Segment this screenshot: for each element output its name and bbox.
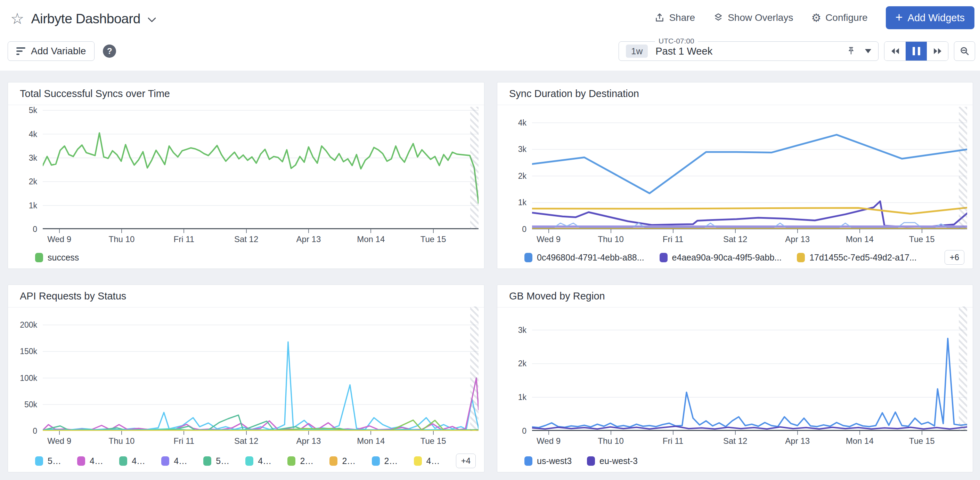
legend-item[interactable]: 400: [77, 456, 104, 466]
x-tick-label: Mon 14: [357, 436, 385, 446]
legend-item[interactable]: 409: [245, 456, 272, 466]
time-range-picker[interactable]: UTC-07:00 1w Past 1 Week: [619, 41, 878, 61]
filter-icon: [16, 47, 25, 55]
configure-label: Configure: [826, 12, 867, 23]
y-tick-label: 150k: [8, 347, 37, 356]
legend-swatch: [524, 456, 532, 466]
widget-title: Sync Duration by Destination: [509, 83, 639, 105]
legend-more-badge[interactable]: +6: [945, 250, 964, 265]
x-tick-label: Wed 9: [536, 436, 560, 446]
time-pause-button[interactable]: [906, 42, 927, 61]
legend-item[interactable]: e4aea90a-90ca-49f5-9abb...: [660, 252, 782, 263]
title-chevron-down-icon[interactable]: [147, 17, 156, 22]
x-tick: [121, 229, 122, 233]
dashboard-board: Total Successful Syncs over Time 5k4k3k2…: [0, 70, 980, 480]
x-tick: [673, 431, 673, 435]
x-tick: [922, 431, 922, 435]
y-tick-label: 1k: [497, 393, 527, 402]
y-tick-label: 4k: [497, 118, 527, 128]
zoom-out-button[interactable]: [954, 41, 975, 61]
time-backward-button[interactable]: [885, 42, 906, 61]
x-tick-label: Apr 13: [296, 436, 321, 446]
x-tick-label: Thu 10: [598, 436, 624, 446]
legend-swatch: [329, 456, 337, 466]
y-tick-label: 3k: [497, 325, 527, 335]
x-tick: [59, 431, 60, 435]
legend: success: [35, 251, 476, 264]
legend-label: us-west3: [537, 456, 572, 466]
y-tick-label: 0: [8, 225, 37, 234]
x-tick: [246, 431, 247, 435]
legend-label: 409: [258, 456, 272, 466]
legend-item[interactable]: 500: [35, 456, 62, 466]
legend-swatch: [660, 253, 668, 262]
legend-item[interactable]: success: [35, 252, 79, 263]
legend-label: 200: [300, 456, 314, 466]
help-icon[interactable]: ?: [103, 45, 116, 58]
widget-title-divider: [8, 105, 484, 105]
x-axis: Wed 9Thu 10Fri 11Sat 12Apr 13Mon 14Tue 1…: [43, 229, 479, 247]
legend-item[interactable]: 410: [161, 456, 188, 466]
variables-row: Add Variable ?: [8, 41, 116, 61]
x-tick-label: Wed 9: [47, 436, 71, 446]
configure-button[interactable]: ⚙ Configure: [811, 12, 867, 23]
x-tick-label: Thu 10: [109, 234, 135, 244]
x-tick-label: Mon 14: [846, 234, 873, 244]
legend-label: 503: [216, 456, 230, 466]
y-tick-label: 50k: [8, 400, 37, 410]
show-overlays-button[interactable]: Show Overlays: [713, 12, 793, 23]
chart-canvas[interactable]: [532, 306, 967, 431]
share-icon: [654, 13, 665, 23]
x-tick-label: Wed 9: [536, 234, 560, 244]
x-axis: Wed 9Thu 10Fri 11Sat 12Apr 13Mon 14Tue 1…: [532, 229, 967, 247]
share-button[interactable]: Share: [654, 12, 695, 23]
legend-swatch: [161, 456, 169, 466]
y-tick-label: 2k: [497, 171, 527, 181]
pin-icon[interactable]: [846, 46, 856, 56]
x-tick-label: Fri 11: [173, 436, 194, 446]
x-tick: [673, 229, 673, 233]
legend-item[interactable]: 17d1455c-7ed5-49d2-a17...: [797, 252, 917, 263]
x-tick-label: Thu 10: [598, 234, 624, 244]
legend-item[interactable]: eu-west-3: [587, 456, 638, 466]
gear-icon: ⚙: [811, 12, 821, 23]
legend-item[interactable]: 204: [329, 456, 356, 466]
legend-item[interactable]: 422: [119, 456, 146, 466]
legend-swatch: [77, 456, 85, 466]
show-overlays-label: Show Overlays: [728, 12, 793, 23]
timezone-label: UTC-07:00: [655, 37, 698, 45]
rewind-icon: [890, 47, 900, 55]
legend-label: 410: [174, 456, 188, 466]
chart-canvas[interactable]: [43, 306, 479, 431]
add-variable-button[interactable]: Add Variable: [8, 41, 94, 61]
legend-swatch: [587, 456, 595, 466]
legend-more-badge[interactable]: +4: [456, 454, 476, 468]
x-tick-label: Sat 12: [723, 436, 747, 446]
time-caret-down-icon[interactable]: [865, 49, 871, 53]
time-range-label: Past 1 Week: [655, 46, 713, 57]
dashboard-title-row: ☆ Airbyte Dashboard: [10, 8, 156, 30]
x-axis: Wed 9Thu 10Fri 11Sat 12Apr 13Mon 14Tue 1…: [532, 431, 967, 449]
x-tick: [246, 229, 247, 233]
legend-item[interactable]: 0c49680d-4791-4ebb-a88...: [524, 252, 644, 263]
time-nav-group: [884, 41, 948, 61]
legend-item[interactable]: 403: [414, 456, 441, 466]
legend-item[interactable]: 200: [287, 456, 314, 466]
legend-item[interactable]: 503: [203, 456, 230, 466]
y-tick-label: 1k: [497, 198, 527, 207]
plus-icon: +: [896, 11, 903, 24]
legend-item[interactable]: 201: [372, 456, 399, 466]
x-tick: [797, 229, 798, 233]
legend-item[interactable]: us-west3: [524, 456, 572, 466]
x-tick-label: Tue 15: [420, 436, 446, 446]
x-tick: [859, 431, 860, 435]
x-tick: [611, 229, 611, 233]
time-forward-button[interactable]: [927, 42, 948, 61]
favorite-star-icon[interactable]: ☆: [10, 11, 24, 26]
chart-canvas[interactable]: [43, 107, 479, 229]
y-tick-label: 0: [497, 225, 527, 234]
y-tick-label: 3k: [8, 153, 37, 163]
add-widgets-button[interactable]: + Add Widgets: [886, 6, 974, 29]
legend-swatch: [797, 253, 805, 262]
chart-canvas[interactable]: [532, 107, 967, 229]
